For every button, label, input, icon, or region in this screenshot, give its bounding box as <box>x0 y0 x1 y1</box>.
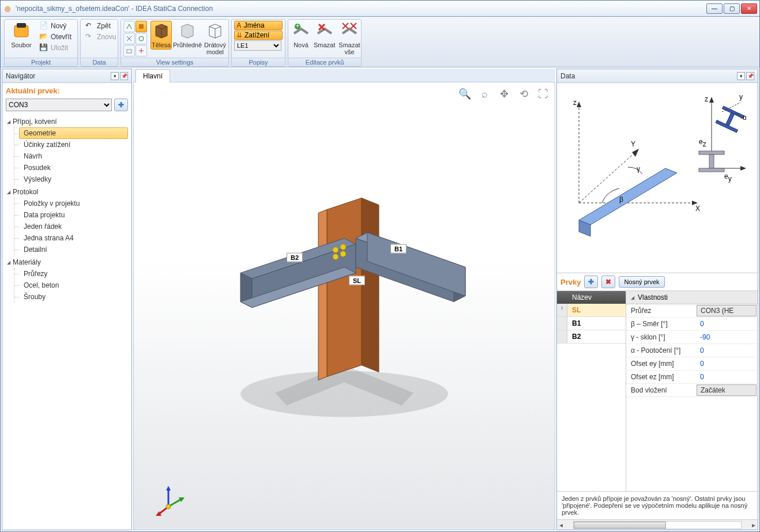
prvky-title: Prvky <box>560 278 581 286</box>
svg-rect-4 <box>127 50 131 53</box>
view-toggle-5[interactable] <box>123 45 135 56</box>
svg-text:γ: γ <box>637 165 640 173</box>
tree-item-vysledky[interactable]: Výsledky <box>19 173 128 185</box>
loads-icon: ⇊ <box>236 31 242 39</box>
nosny-prvek-button[interactable]: Nosný prvek <box>619 276 664 288</box>
zatizeni-toggle[interactable]: ⇊Zatížení <box>234 31 283 40</box>
data-panel-menu-button[interactable]: ▾ <box>737 72 745 80</box>
ulozit-button[interactable]: 💾Uložit <box>37 43 74 53</box>
le-select[interactable]: LE1 <box>234 40 281 51</box>
panel-pin-button[interactable]: 📌 <box>120 72 128 80</box>
svg-point-18 <box>166 504 171 509</box>
scroll-left-icon[interactable]: ◂ <box>557 521 565 529</box>
gamma-value[interactable]: -90 <box>695 331 758 344</box>
svg-text:X: X <box>695 205 700 213</box>
tree-item-dataproj[interactable]: Data projektu <box>19 209 128 221</box>
group-view-label: View settings <box>121 58 228 66</box>
beta-value[interactable]: 0 <box>695 318 758 330</box>
app-logo-icon: ◎ <box>3 4 12 13</box>
otevrit-button[interactable]: 📂Otevřít <box>37 32 74 42</box>
svg-text:z: z <box>573 99 577 107</box>
svg-rect-37 <box>699 168 724 172</box>
smazat-button[interactable]: Smazat <box>313 21 336 50</box>
prvky-row-sl[interactable]: SL <box>557 304 626 317</box>
prvky-row-b1[interactable]: B1 <box>557 317 626 330</box>
novy-button[interactable]: 📄Nový <box>37 21 74 31</box>
tree-item-jedenradek[interactable]: Jeden řádek <box>19 221 128 232</box>
svg-point-10 <box>333 254 338 260</box>
new-icon: 📄 <box>39 21 48 31</box>
jmena-toggle[interactable]: AJména <box>234 21 283 30</box>
props-header[interactable]: Vlastnosti <box>626 291 758 304</box>
add-prvek-button[interactable]: ✚ <box>114 99 128 111</box>
svg-text:y: y <box>739 93 743 101</box>
tree-item-detailni[interactable]: Detailní <box>19 244 128 255</box>
ofsey-value[interactable]: 0 <box>695 357 758 370</box>
properties-grid: Vlastnosti PrůřezCON3 (HE β – Směr [°]0 … <box>626 291 758 491</box>
3d-viewport[interactable]: 🔍 ⌕ ✥ ⟲ ⛶ <box>133 82 555 530</box>
svg-text:β: β <box>619 195 623 203</box>
svg-marker-31 <box>709 97 714 103</box>
tree-group-materialy[interactable]: Materiály <box>6 256 128 268</box>
soubor-button[interactable]: Soubor <box>7 21 36 50</box>
horizontal-scrollbar[interactable]: ◂ ▸ <box>557 519 758 530</box>
prurez-value[interactable]: CON3 (HE <box>697 305 757 316</box>
prvky-add-button[interactable]: ✚ <box>584 276 598 288</box>
fit-icon[interactable]: ⛶ <box>536 87 550 101</box>
rotate-icon[interactable]: ⟲ <box>517 87 531 101</box>
prvky-row-b2[interactable]: B2 <box>557 330 626 344</box>
zoom-icon[interactable]: ⌕ <box>477 87 491 101</box>
bod-value[interactable]: Začátek <box>697 384 757 396</box>
tab-hlavni[interactable]: Hlavní <box>136 69 170 82</box>
redo-icon: ↷ <box>85 32 95 41</box>
view-toggle-3[interactable] <box>123 33 135 44</box>
svg-text:Y: Y <box>631 140 635 148</box>
telesa-button[interactable]: Tělesa <box>151 21 172 50</box>
tree-item-ocelbeton[interactable]: Ocel, beton <box>19 280 128 291</box>
view-toggle-6[interactable] <box>136 45 147 56</box>
prvky-delete-button[interactable]: ✖ <box>601 276 615 288</box>
view-toggle-2[interactable] <box>136 21 147 32</box>
close-button[interactable]: ✕ <box>741 3 757 14</box>
scroll-right-icon[interactable]: ▸ <box>750 521 758 529</box>
znovu-button[interactable]: ↷Znovu <box>83 32 118 42</box>
tree-item-jednastrana[interactable]: Jedna strana A4 <box>19 232 128 244</box>
geometry-diagram: z X Y β γ z <box>557 83 758 273</box>
tree-item-polozky[interactable]: Položky v projektu <box>19 198 128 209</box>
view-toggle-4[interactable] <box>136 33 147 44</box>
smazat-vse-button[interactable]: Smazat vše <box>337 21 361 56</box>
pruhledne-button[interactable]: Průhledně <box>173 21 202 50</box>
tree-item-navrh[interactable]: Návrh <box>19 150 128 162</box>
svg-rect-35 <box>699 151 724 154</box>
col-nazev: Název <box>572 293 592 301</box>
svg-point-9 <box>340 244 346 250</box>
tree-item-srouby[interactable]: Šrouby <box>19 291 128 303</box>
aktualni-prvek-select[interactable]: CON3 <box>6 99 112 111</box>
tree-item-ucinky[interactable]: Účinky zatížení <box>19 139 128 150</box>
alpha-value[interactable]: 0 <box>695 344 758 357</box>
dratovy-button[interactable]: Drátový model <box>203 21 227 56</box>
svg-text:ez: ez <box>699 138 706 148</box>
ofsez-value[interactable]: 0 <box>695 371 758 383</box>
zoom-in-icon[interactable]: 🔍 <box>458 87 472 101</box>
tree-item-prurezy[interactable]: Průřezy <box>19 268 128 280</box>
tree-group-pripoj[interactable]: Přípoj, kotvení <box>6 116 128 127</box>
nova-button[interactable]: + Nová <box>291 21 311 50</box>
tree-item-posudek[interactable]: Posudek <box>19 162 128 173</box>
tree-group-protokol[interactable]: Protokol <box>6 186 128 198</box>
panel-menu-button[interactable]: ▾ <box>111 72 119 80</box>
group-popisy-label: Popisy <box>232 58 285 66</box>
pan-icon[interactable]: ✥ <box>497 87 511 101</box>
zpet-button[interactable]: ↶Zpět <box>83 21 118 31</box>
label-sl: SL <box>349 276 365 285</box>
prvky-grid: Název SL B1 B2 <box>557 291 626 491</box>
maximize-button[interactable]: ▢ <box>724 3 740 14</box>
undo-icon: ↶ <box>85 21 95 31</box>
help-text: Jeden z prvků přípoje je považován za 'n… <box>557 491 758 519</box>
data-panel-pin-button[interactable]: 📌 <box>746 72 754 80</box>
window-title: 'nepocita_sikmy_s_ofsetem.ideaCon' - IDE… <box>16 5 706 13</box>
minimize-button[interactable]: — <box>706 3 723 14</box>
view-toggle-1[interactable] <box>123 21 135 32</box>
3d-model <box>206 158 483 435</box>
tree-item-geometrie[interactable]: Geometrie <box>19 127 128 139</box>
